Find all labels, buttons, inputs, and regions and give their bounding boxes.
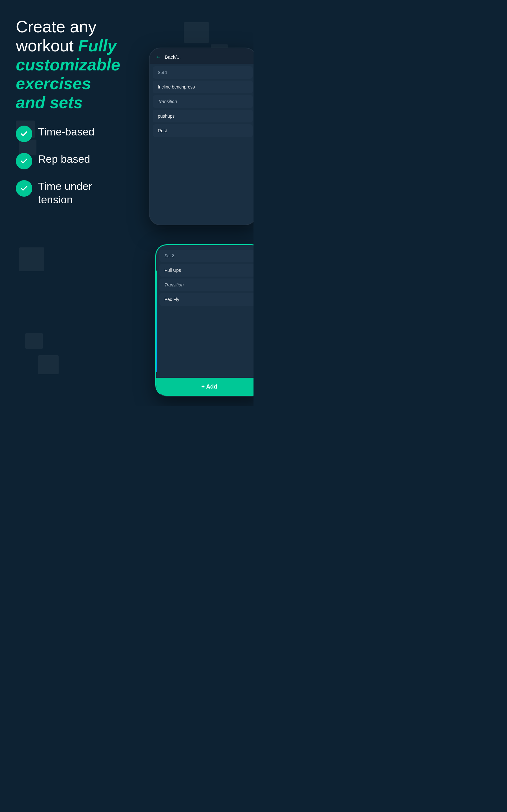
feature-label-rep-based: Rep based [38, 152, 90, 166]
phone-1-title: Back/... [165, 54, 181, 60]
accent-border [156, 270, 157, 372]
phone-2-workout-list: Set 2 Pull Ups Transition Pec Fly [156, 245, 253, 396]
check-icon-time-based [16, 125, 32, 142]
phone-1-screen: ← Back/... Set 1 Incline benchpress Tran… [150, 48, 253, 224]
back-arrow-icon[interactable]: ← [155, 53, 162, 61]
bg-decoration-1 [184, 22, 209, 43]
feature-item-time-based: Time-based [16, 125, 124, 142]
list-item[interactable]: Transition [153, 95, 253, 108]
list-item[interactable]: Incline benchpress [153, 81, 253, 93]
list-item[interactable]: Pec Fly [159, 293, 253, 306]
list-item[interactable]: pushups [153, 110, 253, 122]
add-exercise-button[interactable]: + Add [156, 378, 253, 396]
list-item[interactable]: Rest [153, 124, 253, 137]
check-icon-time-under-tension [16, 180, 32, 197]
phone-1-workout-list: Set 1 Incline benchpress Transition push… [150, 64, 253, 142]
check-icon-rep-based [16, 153, 32, 169]
list-item[interactable]: Pull Ups [159, 264, 253, 276]
list-item[interactable]: Transition [159, 278, 253, 291]
phone-mockup-1: ← Back/... Set 1 Incline benchpress Tran… [149, 48, 253, 225]
phone-2-screen: Set 2 Pull Ups Transition Pec Fly + Add [156, 245, 253, 396]
list-item: Set 2 [159, 250, 253, 262]
left-content-area: Create any workout Fully customizable ex… [0, 0, 136, 406]
phone-mockup-2: Set 2 Pull Ups Transition Pec Fly + Add [155, 244, 253, 397]
feature-label-time-based: Time-based [38, 125, 95, 139]
feature-item-rep-based: Rep based [16, 152, 124, 169]
main-headline: Create any workout Fully customizable ex… [16, 17, 124, 112]
feature-list: Time-based Rep based Time under tension [16, 125, 124, 206]
feature-label-time-under-tension: Time under tension [38, 180, 124, 206]
list-item: Set 1 [153, 66, 253, 79]
phone-1-header: ← Back/... [150, 48, 253, 64]
feature-item-time-under-tension: Time under tension [16, 180, 124, 206]
